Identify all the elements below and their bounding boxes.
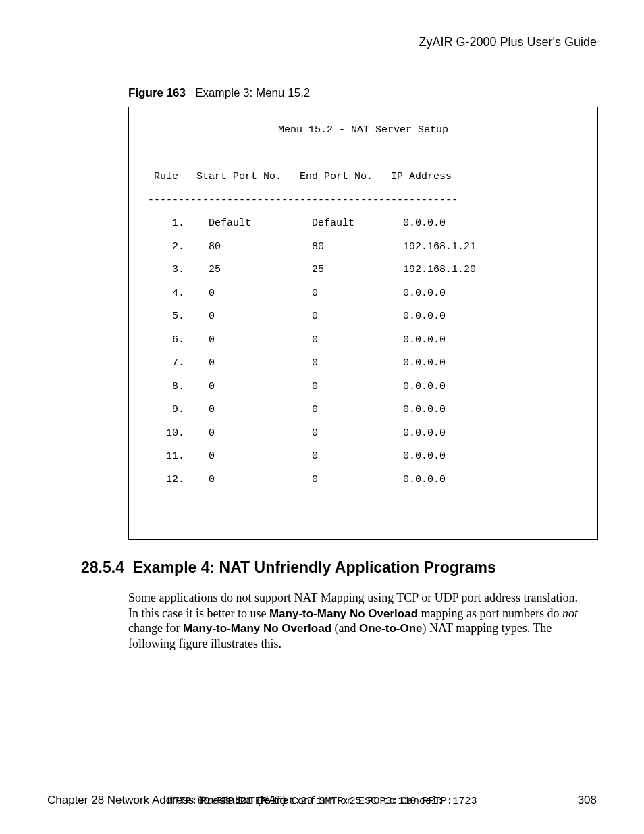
bold-text: One-to-One — [359, 622, 423, 635]
figure-label: Figure 163 — [128, 86, 186, 99]
table-row: 10. 0 0 0.0.0.0 — [136, 427, 591, 439]
body-paragraph: Some applications do not support NAT Map… — [128, 590, 590, 651]
figure-caption-text: Example 3: Menu 15.2 — [195, 86, 310, 99]
table-row: 6. 0 0 0.0.0.0 — [136, 334, 591, 346]
console-columns: Rule Start Port No. End Port No. IP Addr… — [136, 171, 591, 182]
section-heading: 28.5.4 Example 4: NAT Unfriendly Applica… — [81, 558, 597, 577]
table-row: 12. 0 0 0.0.0.0 — [136, 474, 591, 486]
section-number: 28.5.4 — [81, 558, 124, 576]
table-row: 8. 0 0 0.0.0.0 — [136, 381, 591, 392]
header-rule — [47, 55, 597, 55]
section-title: Example 4: NAT Unfriendly Application Pr… — [133, 558, 496, 576]
text: change for — [128, 621, 183, 635]
text: mapping as port numbers do — [418, 606, 562, 620]
header-guide-title: ZyAIR G-2000 Plus User's Guide — [47, 35, 597, 55]
table-row: 3. 25 25 192.168.1.20 — [136, 264, 591, 276]
console-title: Menu 15.2 - NAT Server Setup — [136, 124, 591, 136]
figure-caption: Figure 163 Example 3: Menu 15.2 — [128, 86, 597, 100]
footer-page-number: 308 — [578, 793, 597, 807]
console-blank — [136, 148, 591, 159]
table-row: 11. 0 0 0.0.0.0 — [136, 450, 591, 462]
table-row: 1. Default Default 0.0.0.0 — [136, 217, 591, 229]
bold-text: Many-to-Many No Overload — [183, 622, 331, 635]
console-box: Menu 15.2 - NAT Server Setup Rule Start … — [128, 107, 598, 540]
table-row: 7. 0 0 0.0.0.0 — [136, 357, 591, 369]
console-divider: ----------------------------------------… — [136, 194, 591, 206]
table-row: 9. 0 0 0.0.0.0 — [136, 404, 591, 415]
text: (and — [331, 621, 359, 635]
table-row: 5. 0 0 0.0.0.0 — [136, 311, 591, 322]
console-blank — [136, 497, 591, 509]
table-row: 4. 0 0 0.0.0.0 — [136, 288, 591, 299]
footer-chapter: Chapter 28 Network Address Translation (… — [47, 793, 286, 807]
bold-text: Many-to-Many No Overload — [269, 607, 418, 620]
page-footer: Chapter 28 Network Address Translation (… — [47, 789, 597, 807]
table-row: 2. 80 80 192.168.1.21 — [136, 241, 591, 253]
italic-text: not — [562, 606, 578, 620]
